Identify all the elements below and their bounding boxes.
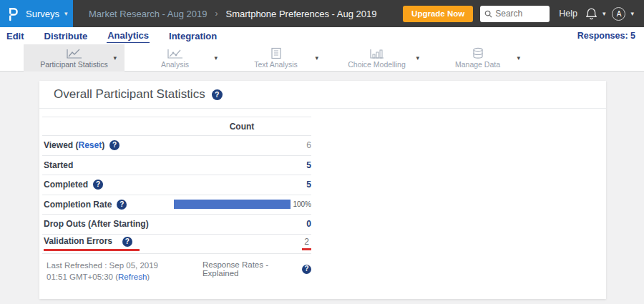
notifications-menu[interactable]: ▾ [585,7,606,20]
page-title: Overall Participant Statistics [54,87,205,102]
statistics-table: Count Viewed ( Reset ) ? 6 Started 5 Com… [42,117,311,283]
toolbar-item-participant-statistics[interactable]: Participant Statistics ▾ [24,44,125,72]
count-column-header: Count [172,122,311,132]
chevron-down-icon[interactable]: ▾ [214,54,218,62]
avatar: A [612,7,625,21]
table-row-completed: Completed ? 5 [42,175,311,195]
toolbar-item-text-analysis[interactable]: Text Analysis ▾ [225,44,326,72]
completion-rate-bar-fill [174,200,291,209]
toolbar-item-label: Manage Data [455,60,500,69]
page-background: Overall Participant Statistics ? Count V… [0,72,644,304]
table-row-started: Started 5 [42,156,311,176]
bar-chart-icon [369,48,386,59]
top-bar: Surveys ▾ Market Research - Aug 2019 › S… [0,0,644,27]
line-chart-icon [66,48,83,59]
questionpro-logo-icon [6,6,19,21]
refresh-link[interactable]: Refresh [118,273,147,281]
analysis-chart-icon [167,48,184,59]
validation-errors-label-annotated: Validation Errors ? [44,236,140,251]
breadcrumb-separator-icon: › [215,9,218,19]
table-row-drop-outs: Drop Outs (After Starting) 0 [42,215,311,235]
help-icon[interactable]: ? [109,140,119,150]
nav-item-edit[interactable]: Edit [6,29,25,43]
help-icon[interactable]: ? [93,180,103,190]
text-document-icon [270,47,283,59]
chevron-down-icon[interactable]: ▾ [416,54,419,62]
bell-icon [585,7,597,20]
toolbar-item-label: Text Analysis [254,60,298,69]
help-link[interactable]: Help [559,9,577,19]
breadcrumb-current: Smartphone Preferences - Aug 2019 [225,9,376,19]
drop-outs-count[interactable]: 0 [306,219,311,229]
card-header: Overall Participant Statistics ? [39,81,606,109]
table-row-validation-errors: Validation Errors ? 2 [42,235,311,255]
row-label: Completion Rate [44,200,112,210]
last-refreshed-text: Last Refreshed : Sep 05, 2019 01:51 GMT+… [47,260,166,283]
chevron-down-icon: ▾ [64,11,68,17]
analytics-toolbar: Participant Statistics ▾ Analysis ▾ Text… [0,44,644,72]
toolbar-item-label: Participant Statistics [40,60,108,69]
help-icon[interactable]: ? [302,265,311,274]
completion-rate-value: 100% [293,200,311,208]
viewed-count: 6 [306,140,311,150]
participant-statistics-card: Overall Participant Statistics ? Count V… [39,81,606,299]
search-box[interactable] [480,6,550,22]
started-count[interactable]: 5 [306,160,311,170]
responses-count[interactable]: Responses: 5 [577,31,635,41]
toolbar-item-manage-data[interactable]: Manage Data ▾ [427,44,528,72]
table-row-viewed: Viewed ( Reset ) ? 6 [42,136,311,156]
nav-item-integration[interactable]: Integration [168,29,218,43]
upgrade-now-button[interactable]: Upgrade Now [403,6,473,22]
product-menu-label: Surveys [26,9,59,19]
toolbar-item-label: Choice Modelling [348,60,406,69]
breadcrumb: Market Research - Aug 2019 › Smartphone … [89,9,377,19]
account-menu[interactable]: A ▾ [612,7,634,21]
toolbar-item-analysis[interactable]: Analysis ▾ [125,44,225,72]
product-menu[interactable]: Surveys ▾ [0,0,73,27]
table-row-completion-rate: Completion Rate ? 100% [42,195,311,215]
topbar-right-cluster: Upgrade Now Help ▾ A ▾ [403,6,644,22]
row-label: Started [44,160,73,170]
completed-count[interactable]: 5 [306,180,311,190]
validation-errors-count-annotated[interactable]: 2 [302,237,311,250]
row-label: Viewed ( [44,140,78,150]
survey-nav: Edit Distribute Analytics Integration Re… [0,27,644,44]
chevron-down-icon[interactable]: ▾ [315,54,318,62]
help-icon[interactable]: ? [212,89,223,100]
search-input[interactable] [495,9,545,19]
completion-rate-bar [174,200,291,209]
response-rates-explained: Response Rates - Explained ? [203,260,311,278]
chevron-down-icon[interactable]: ▾ [517,54,520,62]
nav-item-distribute[interactable]: Distribute [44,29,89,43]
help-icon[interactable]: ? [122,237,132,247]
reset-link[interactable]: Reset [78,140,102,150]
row-label-suffix: ) [102,140,104,150]
chevron-down-icon: ▾ [630,11,634,17]
search-icon [484,10,492,18]
row-label: Drop Outs (After Starting) [44,219,149,229]
chevron-down-icon: ▾ [602,11,606,17]
toolbar-item-choice-modelling[interactable]: Choice Modelling ▾ [326,44,427,72]
chevron-down-icon[interactable]: ▾ [113,54,117,62]
table-header-row: Count [42,117,311,136]
help-icon[interactable]: ? [117,200,127,210]
table-footer: Last Refreshed : Sep 05, 2019 01:51 GMT+… [47,260,311,283]
toolbar-item-label: Analysis [161,60,189,69]
row-label: Completed [44,180,88,190]
database-icon [472,47,484,59]
nav-item-analytics[interactable]: Analytics [107,29,150,43]
breadcrumb-parent[interactable]: Market Research - Aug 2019 [89,9,207,19]
